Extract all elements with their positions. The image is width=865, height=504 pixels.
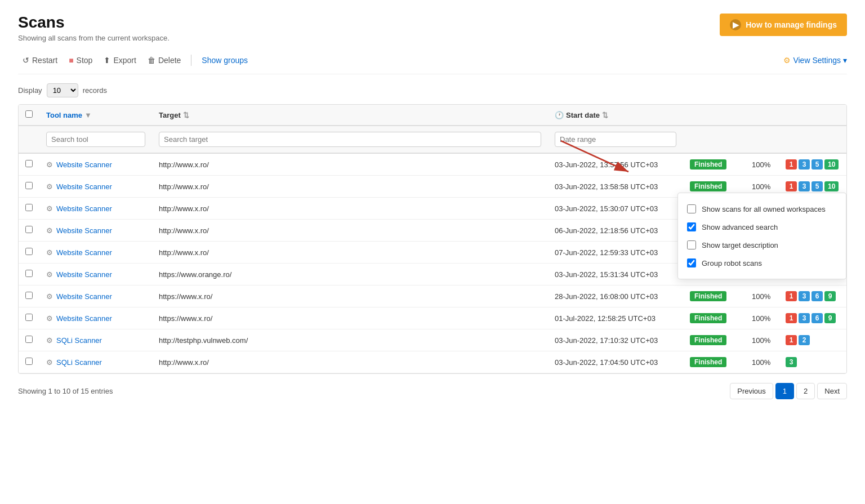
row-checkbox[interactable] bbox=[25, 226, 33, 233]
status-badge: Finished bbox=[690, 335, 726, 345]
show-advanced-search-checkbox[interactable] bbox=[687, 222, 696, 231]
next-button[interactable]: Next bbox=[817, 383, 847, 399]
group-robot-scans-label: Group robot scans bbox=[702, 259, 762, 267]
col-tool-name[interactable]: Tool name ▼ bbox=[39, 105, 152, 126]
row-checkbox[interactable] bbox=[25, 182, 33, 189]
finding-badge[interactable]: 3 bbox=[799, 313, 810, 323]
sort-icon-tool: ▼ bbox=[84, 111, 92, 119]
show-all-workspaces-checkbox[interactable] bbox=[687, 204, 696, 213]
tool-name-link[interactable]: ⚙SQLi Scanner bbox=[46, 358, 145, 367]
gear-icon: ⚙ bbox=[783, 56, 791, 65]
tool-name-text: Website Scanner bbox=[56, 248, 112, 257]
tool-name-link[interactable]: ⚙Website Scanner bbox=[46, 248, 145, 257]
dropdown-item-group-robots[interactable]: Group robot scans bbox=[687, 254, 837, 272]
view-settings-button[interactable]: ⚙ View Settings ▾ bbox=[783, 56, 847, 65]
row-checkbox[interactable] bbox=[25, 270, 33, 277]
search-tool-input[interactable] bbox=[46, 132, 145, 147]
tool-name-link[interactable]: ⚙Website Scanner bbox=[46, 270, 145, 279]
sort-icon-target: ⇅ bbox=[183, 111, 189, 119]
tool-gear-icon: ⚙ bbox=[46, 226, 53, 235]
tool-gear-icon: ⚙ bbox=[46, 204, 53, 213]
row-checkbox[interactable] bbox=[25, 336, 33, 343]
percent-cell: 100% bbox=[745, 153, 779, 176]
finding-badge[interactable]: 6 bbox=[812, 313, 823, 323]
tool-gear-icon: ⚙ bbox=[46, 248, 53, 257]
finding-badge[interactable]: 5 bbox=[812, 159, 823, 170]
tool-name-link[interactable]: ⚙Website Scanner bbox=[46, 314, 145, 323]
group-robot-scans-checkbox[interactable] bbox=[687, 258, 696, 267]
start-date-cell: 06-Jun-2022, 12:18:56 UTC+03 bbox=[548, 220, 683, 242]
row-checkbox[interactable] bbox=[25, 358, 33, 365]
target-cell: https://www.x.ro/ bbox=[152, 286, 548, 307]
tool-name-link[interactable]: ⚙Website Scanner bbox=[46, 204, 145, 213]
row-checkbox[interactable] bbox=[25, 314, 33, 321]
display-row: Display 5 10 25 50 100 records bbox=[18, 83, 847, 97]
finding-badge[interactable]: 5 bbox=[812, 181, 823, 191]
previous-button[interactable]: Previous bbox=[730, 383, 773, 399]
row-checkbox[interactable] bbox=[25, 248, 33, 255]
tool-name-link[interactable]: ⚙Website Scanner bbox=[46, 182, 145, 191]
target-cell: http://testphp.vulnweb.com/ bbox=[152, 329, 548, 351]
dropdown-item-target-desc[interactable]: Show target description bbox=[687, 236, 837, 254]
page-1-button[interactable]: 1 bbox=[775, 383, 794, 399]
start-date-cell: 28-Jun-2022, 16:08:00 UTC+03 bbox=[548, 286, 683, 307]
pagination-info: Showing 1 to 10 of 15 entries bbox=[18, 387, 113, 395]
badges-cell: 3 bbox=[779, 351, 846, 373]
show-groups-button[interactable]: Show groups bbox=[197, 53, 252, 67]
display-select[interactable]: 5 10 25 50 100 bbox=[47, 83, 78, 97]
col-target[interactable]: Target ⇅ bbox=[152, 105, 548, 126]
tool-name-link[interactable]: ⚙Website Scanner bbox=[46, 292, 145, 301]
play-icon: ▶ bbox=[730, 19, 741, 30]
tool-name-text: Website Scanner bbox=[56, 226, 112, 235]
finding-badge[interactable]: 1 bbox=[786, 313, 797, 323]
finding-badge[interactable]: 10 bbox=[824, 181, 839, 191]
show-target-description-checkbox[interactable] bbox=[687, 240, 696, 249]
finding-badge[interactable]: 9 bbox=[824, 313, 836, 323]
restart-button[interactable]: ↺ Restart bbox=[18, 53, 62, 67]
pagination: Showing 1 to 10 of 15 entries Previous 1… bbox=[18, 383, 847, 399]
export-button[interactable]: ⬆ Export bbox=[99, 53, 140, 67]
delete-button[interactable]: 🗑 Delete bbox=[143, 53, 185, 67]
date-range-input[interactable] bbox=[555, 132, 676, 147]
show-all-workspaces-label: Show scans for all owned workspaces bbox=[702, 205, 826, 213]
row-checkbox[interactable] bbox=[25, 292, 33, 299]
finding-badge[interactable]: 3 bbox=[799, 291, 810, 301]
finding-badge[interactable]: 10 bbox=[824, 159, 839, 170]
search-target-input[interactable] bbox=[159, 132, 541, 147]
tool-gear-icon: ⚙ bbox=[46, 270, 53, 279]
finding-badge[interactable]: 1 bbox=[786, 291, 797, 301]
status-badge: Finished bbox=[690, 159, 726, 170]
row-checkbox[interactable] bbox=[25, 160, 33, 167]
tool-name-text: Website Scanner bbox=[56, 182, 112, 191]
finding-badge[interactable]: 3 bbox=[786, 357, 797, 367]
show-target-description-label: Show target description bbox=[702, 241, 778, 249]
page-title: Scans bbox=[18, 14, 170, 32]
percent-cell: 100% bbox=[745, 329, 779, 351]
clock-icon: 🕐 bbox=[555, 111, 564, 119]
finding-badge[interactable]: 1 bbox=[786, 335, 797, 345]
tool-name-link[interactable]: ⚙Website Scanner bbox=[46, 160, 145, 169]
status-badge: Finished bbox=[690, 313, 726, 323]
tool-name-link[interactable]: ⚙SQLi Scanner bbox=[46, 336, 145, 345]
select-all-checkbox[interactable] bbox=[25, 110, 33, 118]
status-cell: Finished bbox=[683, 307, 745, 329]
dropdown-item-show-all[interactable]: Show scans for all owned workspaces bbox=[687, 200, 837, 218]
status-badge: Finished bbox=[690, 357, 726, 367]
finding-badge[interactable]: 1 bbox=[786, 181, 797, 191]
finding-badge[interactable]: 2 bbox=[799, 335, 810, 345]
how-to-button[interactable]: ▶ How to manage findings bbox=[720, 14, 847, 36]
finding-badge[interactable]: 9 bbox=[824, 291, 836, 301]
stop-button[interactable]: ■ Stop bbox=[64, 53, 97, 67]
tool-gear-icon: ⚙ bbox=[46, 160, 53, 169]
finding-badge[interactable]: 3 bbox=[799, 181, 810, 191]
finding-badge[interactable]: 3 bbox=[799, 159, 810, 170]
dropdown-item-advanced-search[interactable]: Show advanced search bbox=[687, 218, 837, 236]
page-2-button[interactable]: 2 bbox=[796, 383, 815, 399]
tool-name-link[interactable]: ⚙Website Scanner bbox=[46, 226, 145, 235]
finding-badge[interactable]: 1 bbox=[786, 159, 797, 170]
start-date-cell: 07-Jun-2022, 12:59:33 UTC+03 bbox=[548, 242, 683, 264]
target-cell: http://www.x.ro/ bbox=[152, 176, 548, 198]
col-start-date[interactable]: 🕐 Start date ⇅ bbox=[548, 105, 683, 126]
row-checkbox[interactable] bbox=[25, 204, 33, 211]
finding-badge[interactable]: 6 bbox=[812, 291, 823, 301]
